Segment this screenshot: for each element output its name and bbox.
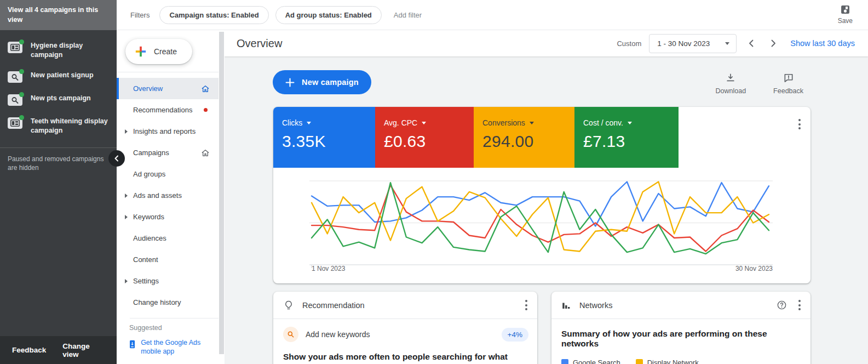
chevron-right-icon bbox=[769, 39, 778, 48]
metric-value: 3.35K bbox=[282, 132, 375, 151]
recommendation-description: Show your ads more often to people searc… bbox=[273, 342, 537, 364]
feedback-label: Feedback bbox=[773, 87, 803, 95]
nav-item-change-history[interactable]: Change history bbox=[117, 292, 219, 313]
metric-label: Avg. CPC bbox=[384, 118, 417, 127]
plus-icon bbox=[285, 78, 295, 87]
download-button[interactable]: Download bbox=[716, 72, 746, 95]
metric-value: £7.13 bbox=[583, 132, 679, 151]
keywords-search-icon bbox=[283, 327, 298, 342]
metric-value: 294.00 bbox=[482, 132, 574, 151]
chart-card-menu-button[interactable] bbox=[798, 119, 801, 129]
date-range-picker[interactable]: 1 - 30 Nov 2023 bbox=[649, 34, 737, 53]
collapse-sidebar-button[interactable] bbox=[108, 150, 125, 167]
nav-item-content[interactable]: Content bbox=[117, 249, 219, 270]
view-all-campaigns[interactable]: View all 4 campaigns in this view bbox=[0, 0, 117, 30]
campaign-item[interactable]: New patient signup bbox=[0, 65, 117, 88]
performance-line-chart bbox=[273, 168, 810, 270]
navigation-panel: Create OverviewRecommendationsInsights a… bbox=[117, 30, 219, 364]
recommendation-card-header: Recommendation bbox=[273, 292, 537, 319]
nav-item-insights-and-reports[interactable]: Insights and reports bbox=[117, 121, 219, 142]
chevron-down-icon bbox=[725, 42, 729, 45]
nav-list: OverviewRecommendationsInsights and repo… bbox=[117, 72, 219, 313]
metric-label: Cost / conv. bbox=[583, 118, 623, 127]
metric-card-avg-cpc[interactable]: Avg. CPC£0.63 bbox=[375, 107, 474, 168]
recommendation-item[interactable]: Add new keywords +4% bbox=[273, 319, 537, 342]
x-axis-start-label: 1 Nov 2023 bbox=[312, 265, 345, 272]
create-label: Create bbox=[154, 47, 177, 56]
metric-value: £0.63 bbox=[384, 132, 474, 151]
previous-period-button[interactable] bbox=[744, 36, 758, 50]
campaign-name: Hygiene display campaign bbox=[31, 41, 109, 60]
legend-swatch bbox=[636, 359, 643, 364]
google-ads-overview-page: View all 4 campaigns in this view Hygien… bbox=[0, 0, 868, 364]
main-content: Overview Custom 1 - 30 Nov 2023 Show las… bbox=[225, 30, 868, 364]
nav-item-recommendations[interactable]: Recommendations bbox=[117, 99, 219, 121]
nav-item-label: Recommendations bbox=[133, 106, 192, 114]
sidebar-footer: Feedback Change view bbox=[0, 335, 117, 364]
nav-item-label: Keywords bbox=[133, 213, 164, 221]
campaign-item[interactable]: Hygiene display campaign bbox=[0, 36, 117, 65]
download-icon bbox=[725, 72, 736, 83]
scrollbar-track[interactable] bbox=[219, 30, 225, 364]
date-range-value: 1 - 30 Nov 2023 bbox=[657, 39, 710, 48]
scrollbar-thumb[interactable] bbox=[219, 32, 224, 354]
mobile-app-link[interactable]: Get the Google Ads mobile app bbox=[117, 337, 207, 356]
nav-item-keywords[interactable]: Keywords bbox=[117, 206, 219, 228]
networks-help-button[interactable] bbox=[775, 299, 787, 311]
feedback-icon bbox=[783, 72, 794, 83]
date-mode-label: Custom bbox=[617, 39, 641, 48]
save-label: Save bbox=[838, 17, 853, 25]
nav-item-campaigns[interactable]: Campaigns bbox=[117, 142, 219, 163]
home-icon bbox=[201, 149, 210, 157]
display-campaign-icon bbox=[8, 42, 22, 53]
ad-group-status-filter-pill[interactable]: Ad group status: Enabled bbox=[275, 6, 382, 24]
sidebar-feedback-button[interactable]: Feedback bbox=[12, 346, 46, 354]
chevron-left-icon bbox=[747, 39, 756, 48]
help-icon bbox=[777, 300, 787, 310]
nav-item-label: Campaigns bbox=[133, 149, 169, 157]
create-button[interactable]: Create bbox=[125, 39, 192, 64]
save-icon bbox=[840, 4, 851, 15]
mobile-app-icon bbox=[129, 338, 135, 350]
nav-item-overview[interactable]: Overview bbox=[117, 78, 219, 99]
metric-card-clicks[interactable]: Clicks3.35K bbox=[273, 107, 375, 168]
networks-card-menu-button[interactable] bbox=[798, 300, 801, 310]
nav-item-label: Audiences bbox=[133, 234, 166, 242]
show-last-30-days-link[interactable]: Show last 30 days bbox=[790, 39, 855, 48]
new-campaign-label: New campaign bbox=[302, 78, 359, 87]
next-period-button[interactable] bbox=[766, 36, 780, 50]
metric-card-cost-conv[interactable]: Cost / conv.£7.13 bbox=[574, 107, 679, 168]
download-label: Download bbox=[716, 87, 746, 95]
save-button[interactable]: Save bbox=[838, 4, 853, 25]
campaign-status-dot-enabled bbox=[19, 92, 24, 97]
campaign-name: New pts campaign bbox=[31, 94, 91, 103]
recommendation-card-title: Recommendation bbox=[302, 301, 365, 310]
nav-item-ads-and-assets[interactable]: Ads and assets bbox=[117, 185, 219, 206]
feedback-button[interactable]: Feedback bbox=[773, 72, 803, 95]
chart-toolbar: Download Feedback bbox=[716, 72, 804, 95]
notification-dot bbox=[204, 108, 208, 112]
nav-item-label: Content bbox=[133, 255, 158, 264]
campaign-item[interactable]: Teeth whitening display campaign bbox=[0, 111, 117, 141]
filters-label: Filters bbox=[130, 11, 150, 19]
lightbulb-icon bbox=[283, 300, 294, 311]
nav-item-ad-groups[interactable]: Ad groups bbox=[117, 163, 219, 185]
search-campaign-icon bbox=[8, 94, 22, 106]
bar-chart-icon bbox=[561, 300, 571, 310]
sidebar-divider bbox=[0, 147, 117, 148]
campaign-item[interactable]: New pts campaign bbox=[0, 88, 117, 111]
uplift-badge: +4% bbox=[502, 328, 528, 342]
change-view-button[interactable]: Change view bbox=[62, 342, 105, 359]
nav-item-label: Insights and reports bbox=[133, 127, 196, 135]
add-filter-button[interactable]: Add filter bbox=[394, 11, 422, 19]
new-campaign-button[interactable]: New campaign bbox=[273, 70, 371, 94]
nav-item-label: Overview bbox=[133, 84, 163, 93]
metric-card-conversions[interactable]: Conversions294.00 bbox=[474, 107, 574, 168]
nav-item-audiences[interactable]: Audiences bbox=[117, 228, 219, 249]
x-axis-end-label: 30 Nov 2023 bbox=[735, 265, 773, 272]
nav-item-label: Ad groups bbox=[133, 170, 165, 178]
nav-item-settings[interactable]: Settings bbox=[117, 270, 219, 292]
recommendation-card-menu-button[interactable] bbox=[525, 300, 527, 310]
home-icon bbox=[201, 84, 210, 93]
campaign-status-filter-pill[interactable]: Campaign status: Enabled bbox=[159, 6, 268, 24]
